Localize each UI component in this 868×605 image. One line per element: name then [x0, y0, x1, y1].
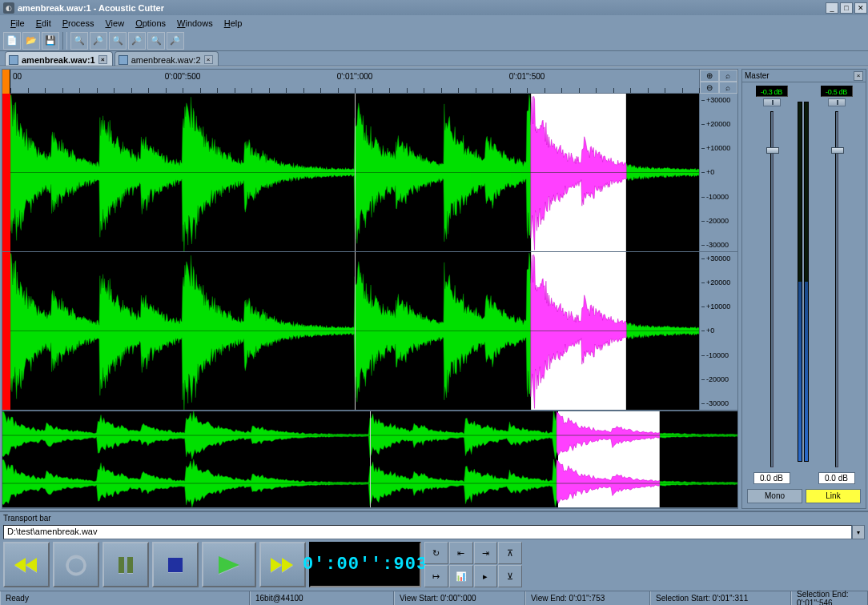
range-icon[interactable]: ↦: [424, 565, 448, 587]
new-button[interactable]: 📄: [3, 32, 21, 50]
status-format: 16bit@44100: [250, 591, 394, 605]
tab-1[interactable]: amenbreak.wav:1 ×: [5, 51, 113, 66]
zoom-sel-button[interactable]: 🔍: [109, 32, 127, 50]
svg-marker-15: [271, 558, 282, 572]
hzoom-sel-icon[interactable]: ⌕: [719, 70, 738, 82]
zoom-controls: ⊕ ⌕ ⊖ ⌕: [699, 70, 737, 94]
peak-db-left: -0.3 dB: [756, 86, 788, 97]
toolbar-separator: [62, 32, 67, 50]
link-button[interactable]: Link: [806, 489, 861, 503]
tab-label: amenbreak.wav:1: [22, 55, 95, 65]
zoom-v-in-button[interactable]: 🔍: [147, 32, 165, 50]
amplitude-axis-right: +30000+20000+10000+0-10000-20000-30000: [699, 252, 737, 410]
hzoom-out-icon[interactable]: ⊖: [700, 82, 719, 94]
status-ready: Ready: [0, 591, 250, 605]
overview-row[interactable]: [2, 411, 737, 508]
menu-options[interactable]: Options: [130, 17, 171, 30]
minimize-button[interactable]: _: [826, 2, 838, 14]
maximize-button[interactable]: □: [840, 2, 853, 14]
hzoom-all-icon[interactable]: ⌕: [719, 82, 738, 94]
svg-point-10: [67, 556, 85, 574]
marker-b-icon[interactable]: ⊻: [498, 565, 522, 587]
master-title-bar: Master ×: [742, 70, 866, 82]
file-path-field[interactable]: D:\test\amenbreak.wav: [3, 525, 852, 539]
title-bar: ◐ amenbreak.wav:1 - Acoustic Cutter _ □ …: [0, 0, 868, 15]
toolbar: 📄 📂 💾 🔍 🔎 🔍 🔎 🔍 🔎: [0, 30, 868, 51]
zoom-v-out-button[interactable]: 🔎: [167, 32, 184, 50]
zoom-full-button[interactable]: 🔎: [128, 32, 146, 50]
stop-button[interactable]: [152, 542, 199, 587]
svg-rect-13: [168, 558, 183, 572]
fader-track-left[interactable]: [770, 111, 774, 467]
svg-rect-12: [127, 557, 133, 573]
status-view-start: View Start: 0':00'':000: [394, 591, 525, 605]
time-ruler-row: 00 0':00'':5000':01'':0000':01'':500 ⊕ ⌕…: [2, 70, 737, 94]
status-bar: Ready 16bit@44100 View Start: 0':00'':00…: [0, 591, 868, 605]
zoom-out-button[interactable]: 🔎: [90, 32, 107, 50]
hzoom-in-icon[interactable]: ⊕: [700, 70, 719, 82]
gain-db-left[interactable]: 0.0 dB: [753, 472, 790, 484]
tab-close-icon[interactable]: ×: [204, 55, 213, 64]
svg-marker-8: [26, 558, 37, 572]
channel-right[interactable]: +30000+20000+10000+0-10000-20000-30000: [2, 252, 737, 411]
app-icon: ◐: [3, 2, 14, 14]
rewind-button[interactable]: [3, 542, 50, 587]
save-button[interactable]: 💾: [42, 32, 59, 50]
svg-marker-9: [14, 558, 26, 572]
pan-knob-right[interactable]: [828, 98, 846, 106]
master-close-icon[interactable]: ×: [854, 71, 863, 81]
chart-icon[interactable]: 📊: [449, 565, 473, 587]
wave-file-icon: [119, 55, 128, 65]
svg-marker-14: [219, 556, 239, 574]
mono-button[interactable]: Mono: [747, 489, 802, 503]
transport-label: Transport bar: [3, 514, 865, 523]
waveform-area-right[interactable]: [10, 252, 699, 410]
tab-2[interactable]: amenbreak.wav:2 ×: [115, 51, 219, 66]
loop-icon[interactable]: ↻: [424, 542, 448, 564]
fader-left: -0.3 dB 0.0 dB: [747, 86, 796, 484]
transport-tool-grid: ↻ ⇤ ⇥ ⊼ ↦ 📊 ▸ ⊻: [424, 542, 522, 587]
tab-label: amenbreak.wav:2: [131, 55, 201, 65]
fader-thumb-left[interactable]: [766, 147, 779, 154]
pan-knob-left[interactable]: [763, 98, 781, 106]
play-button[interactable]: [202, 542, 256, 587]
channel-edge-marker: [2, 252, 10, 410]
time-ruler[interactable]: 00 0':00'':5000':01'':0000':01'':500: [10, 70, 699, 94]
menu-process[interactable]: Process: [57, 17, 100, 30]
fader-thumb-right[interactable]: [831, 147, 844, 154]
ruler-marker: [2, 70, 10, 94]
status-selection-start: Selection Start: 0':01'':311: [650, 591, 791, 605]
status-selection-end: Selection End: 0':01'':546: [791, 591, 868, 605]
gain-db-right[interactable]: 0.0 dB: [818, 472, 855, 484]
fader-track-right[interactable]: [835, 111, 838, 467]
document-tabs: amenbreak.wav:1 × amenbreak.wav:2 ×: [0, 51, 868, 66]
pause-button[interactable]: [102, 542, 149, 587]
menu-file[interactable]: File: [5, 17, 30, 30]
menu-windows[interactable]: Windows: [171, 17, 219, 30]
time-display: 0':00'':903: [309, 542, 421, 587]
wave-file-icon: [9, 55, 18, 65]
channel-left[interactable]: +30000+20000+10000+0-10000-20000-30000: [2, 94, 737, 252]
channel-edge-marker: [2, 94, 10, 251]
fast-forward-button[interactable]: [259, 542, 306, 587]
overview-waveform[interactable]: [2, 411, 737, 507]
window-title: amenbreak.wav:1 - Acoustic Cutter: [18, 3, 825, 13]
master-title-label: Master: [745, 71, 770, 80]
zoom-in-button[interactable]: 🔍: [70, 32, 88, 50]
close-button[interactable]: ✕: [854, 2, 867, 14]
tab-close-icon[interactable]: ×: [98, 55, 107, 64]
open-button[interactable]: 📂: [22, 32, 40, 50]
svg-rect-11: [119, 557, 124, 573]
menu-bar: File Edit Process View Options Windows H…: [0, 15, 868, 30]
waveform-area-left[interactable]: [10, 94, 699, 251]
goto-start-icon[interactable]: ⇤: [449, 542, 473, 564]
file-dropdown-icon[interactable]: ▾: [852, 525, 865, 539]
record-button[interactable]: [53, 542, 99, 587]
menu-help[interactable]: Help: [219, 17, 248, 30]
goto-end-icon[interactable]: ⇥: [474, 542, 498, 564]
menu-edit[interactable]: Edit: [30, 17, 57, 30]
fader-right: -0.5 dB 0.0 dB: [812, 86, 861, 484]
menu-view[interactable]: View: [99, 17, 130, 30]
marker-a-icon[interactable]: ⊼: [498, 542, 522, 564]
skip-icon[interactable]: ▸: [474, 565, 498, 587]
